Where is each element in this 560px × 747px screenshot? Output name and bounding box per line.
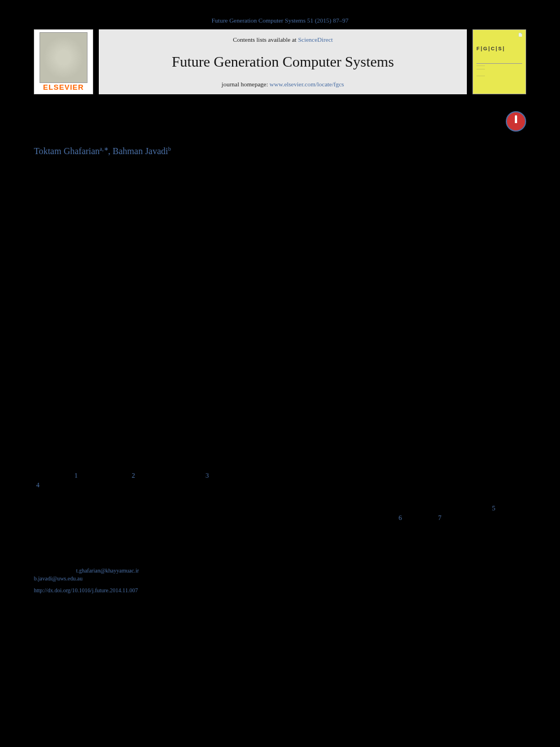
section-1-heading: 1. Introduction (34, 445, 273, 456)
highlight-item: Sub-workflows are ranked based on the co… (42, 225, 526, 238)
author-1-affiliation-mark: a, (100, 146, 104, 152)
article-info-heading: a r t i c l e i n f o (34, 283, 147, 291)
left-column: 1. Introduction Volunteer computing syst… (34, 445, 273, 543)
author-1-link[interactable]: Toktam Ghafarian (34, 146, 100, 156)
homepage-prefix: journal homepage: (222, 81, 270, 88)
footer-copyright: 0167-739X/© 2014 Elsevier B.V. All right… (34, 595, 273, 601)
affiliation-a: a Khayyam University, Mashhad, Iran (34, 161, 526, 169)
article-history-label: Article history: (34, 299, 147, 307)
online-date: Available online 20 November 2014 (34, 341, 147, 350)
email-label: E-mail addresses: (34, 567, 76, 574)
email-address-2-line: b.javadi@uws.edu.au (B. Javadi). (34, 575, 273, 583)
abstract-text: Volunteer computing systems offer high c… (164, 301, 526, 409)
journal-homepage-line: journal homepage: www.elsevier.com/locat… (110, 81, 456, 88)
elsevier-text: ELSEVIER (43, 83, 84, 91)
revised-label: Received in revised form (34, 316, 147, 324)
email-addresses-line: E-mail addresses: t.ghafarian@khayyamuac… (34, 567, 273, 575)
intro-paragraph-2-right: Scientific workflows such as LIGO [6] or… (287, 513, 527, 543)
author-2-email-link[interactable]: b.javadi@uws.edu.au (34, 575, 82, 582)
author-2-link[interactable]: Bahman Javadi (113, 146, 168, 156)
keyword: Workflow (34, 392, 147, 400)
keywords-list: Volunteer computing system Cloud computi… (34, 375, 147, 417)
author-2-affiliation-mark: b (168, 146, 171, 152)
paper-title: Cloud-aware data intensive workflow sche… (34, 111, 506, 129)
body-columns: 1. Introduction Volunteer computing syst… (34, 445, 526, 543)
received-date: Received 22 January 2014 (34, 307, 147, 316)
crossmark-icon[interactable] (506, 111, 526, 132)
elsevier-tree-icon (40, 32, 88, 83)
affiliation-b: b School of Computing, Engineering and M… (34, 169, 526, 177)
journal-homepage-link[interactable]: www.elsevier.com/locate/fgcs (270, 81, 344, 88)
affiliations: a Khayyam University, Mashhad, Iran b Sc… (34, 161, 526, 177)
journal-name: Future Generation Computer Systems (110, 54, 456, 71)
contents-available-line: Contents lists available at ScienceDirec… (110, 36, 456, 43)
journal-cover-thumbnail: 📄 F|G|C|S| ————————— (473, 29, 526, 94)
highlight-item: A workflow scheduling on hybrid system i… (42, 200, 526, 213)
elsevier-logo: ELSEVIER (34, 29, 93, 94)
authors-line: Toktam Ghafariana,∗, Bahman Javadib (34, 146, 526, 156)
doi-link[interactable]: http://dx.doi.org/10.1016/j.future.2014.… (34, 587, 273, 593)
header-center: Contents lists available at ScienceDirec… (99, 29, 467, 94)
highlight-item: Workflow jobs are partitioned into sub-w… (42, 213, 526, 225)
author-1-corresponding-mark: ∗ (104, 146, 108, 152)
keyword: Cloud computing (34, 383, 147, 392)
abstract-copyright: © 2014 Elsevier B.V. All rights reserved… (164, 414, 526, 421)
highlights-list: A workflow scheduling on hybrid system i… (42, 200, 526, 261)
accepted-date: Accepted 11 November 2014 (34, 333, 147, 341)
cover-abbrev: F|G|C|S| (476, 46, 522, 52)
intro-paragraph-1-left: Volunteer computing systems (VCSs) are l… (34, 461, 273, 519)
author-1-email-link[interactable]: t.ghafarian@khayyamuac.ir (76, 567, 139, 574)
abstract-heading: a b s t r a c t (164, 283, 526, 289)
contents-prefix: Contents lists available at (233, 36, 298, 43)
right-column: resources are shared systems; this means… (287, 445, 527, 543)
intro-paragraph-1-right: resources are shared systems; this means… (287, 445, 527, 514)
author-separator: , (108, 146, 113, 156)
revised-date: 8 November 2014 (34, 324, 147, 333)
highlight-item: Proposed system improves the QoS in term… (42, 250, 526, 262)
footnotes: ∗ Corresponding author. E-mail addresses… (34, 559, 273, 583)
abstract-column: a b s t r a c t Volunteer computing syst… (164, 283, 526, 427)
article-info-sidebar: a r t i c l e i n f o Article history: R… (34, 283, 147, 427)
keywords-heading: Keywords: (34, 364, 147, 373)
keyword: Data intensive (34, 409, 147, 417)
keyword: Volunteer computing system (34, 375, 147, 383)
corresponding-author-note: ∗ Corresponding author. (34, 559, 273, 567)
highlights-heading: h i g h l i g h t s (34, 188, 526, 195)
journal-reference: Future Generation Computer Systems 51 (2… (34, 17, 526, 24)
highlight-item: Sub-workflows are scheduled either on th… (42, 237, 526, 250)
keyword: Scheduling (34, 400, 147, 409)
sciencedirect-link[interactable]: ScienceDirect (298, 36, 333, 43)
journal-header: ELSEVIER Contents lists available at Sci… (34, 29, 526, 94)
